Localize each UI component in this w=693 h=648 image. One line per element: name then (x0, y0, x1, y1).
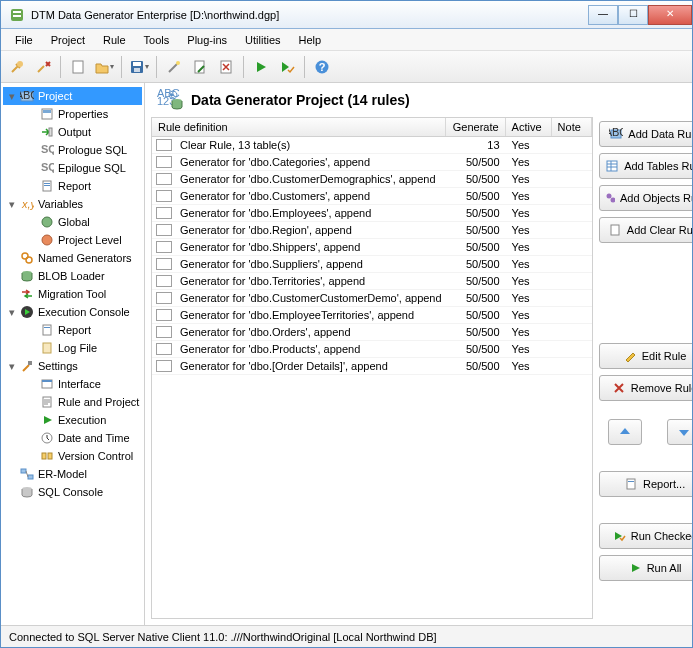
tree-version-control[interactable]: Version Control (23, 447, 142, 465)
menu-plugins[interactable]: Plug-ins (179, 32, 235, 48)
table-row[interactable]: Generator for 'dbo.Products', append50/5… (152, 341, 592, 358)
row-generate: 50/500 (446, 343, 506, 355)
tree-date-and-time[interactable]: Date and Time (23, 429, 142, 447)
tree-rule-and-project[interactable]: Rule and Project (23, 393, 142, 411)
row-definition: Generator for 'dbo.Categories', append (176, 156, 446, 168)
row-checkbox[interactable] (156, 156, 172, 168)
tree-prologue-sql[interactable]: SQLPrologue SQL (23, 141, 142, 159)
row-checkbox[interactable] (156, 309, 172, 321)
tree-named-generators[interactable]: Named Generators (3, 249, 142, 267)
menu-project[interactable]: Project (43, 32, 93, 48)
remove-rule-button[interactable]: Remove Rule (599, 375, 692, 401)
tree-variables[interactable]: ▾x,yVariables (3, 195, 142, 213)
add-clear-rule-button[interactable]: Add Clear Rule (599, 217, 692, 243)
menu-help[interactable]: Help (291, 32, 330, 48)
table-row[interactable]: Generator for 'dbo.Customers', append50/… (152, 188, 592, 205)
add-tables-rule-button[interactable]: Add Tables Rule (599, 153, 692, 179)
maximize-button[interactable]: ☐ (618, 5, 648, 25)
menu-rule[interactable]: Rule (95, 32, 134, 48)
close-button[interactable]: ✕ (648, 5, 692, 25)
row-checkbox[interactable] (156, 275, 172, 287)
migration-icon (19, 286, 35, 302)
run-checked-button[interactable]: Run Checked (599, 523, 692, 549)
edit-rule-button[interactable]: Edit Rule (599, 343, 692, 369)
save-icon[interactable]: ▾ (127, 55, 151, 79)
move-down-button[interactable] (667, 419, 692, 445)
add-data-rule-button[interactable]: ABCAdd Data Rule (599, 121, 692, 147)
row-checkbox[interactable] (156, 139, 172, 151)
table-row[interactable]: Generator for 'dbo.Employees', append50/… (152, 205, 592, 222)
row-checkbox[interactable] (156, 326, 172, 338)
row-active: Yes (506, 343, 552, 355)
help-icon[interactable]: ? (310, 55, 334, 79)
table-row[interactable]: Generator for 'dbo.Territories', append5… (152, 273, 592, 290)
table-row[interactable]: Generator for 'dbo.CustomerDemographics'… (152, 171, 592, 188)
tree-blob-loader[interactable]: BLOB Loader (3, 267, 142, 285)
row-checkbox[interactable] (156, 224, 172, 236)
tree-migration-tool[interactable]: Migration Tool (3, 285, 142, 303)
table-row[interactable]: Generator for 'dbo.EmployeeTerritories',… (152, 307, 592, 324)
row-checkbox[interactable] (156, 360, 172, 372)
row-definition: Generator for 'dbo.Shippers', append (176, 241, 446, 253)
col-header-generate[interactable]: Generate (446, 118, 506, 136)
open-icon[interactable]: ▾ (92, 55, 116, 79)
row-checkbox[interactable] (156, 258, 172, 270)
row-active: Yes (506, 309, 552, 321)
tree-global[interactable]: Global (23, 213, 142, 231)
tree-execution[interactable]: Execution (23, 411, 142, 429)
clear-icon[interactable] (214, 55, 238, 79)
report-button[interactable]: Report... (599, 471, 692, 497)
main-panel: ABC123 Data Generator Project (14 rules)… (145, 83, 692, 625)
run-icon[interactable] (249, 55, 273, 79)
tree-er-model[interactable]: ER-Model (3, 465, 142, 483)
menu-utilities[interactable]: Utilities (237, 32, 288, 48)
table-row[interactable]: Clear Rule, 13 table(s)13Yes (152, 137, 592, 154)
output-icon (39, 124, 55, 140)
tree-exec-report[interactable]: Report (23, 321, 142, 339)
run-checked-icon[interactable] (275, 55, 299, 79)
tree-project-level[interactable]: Project Level (23, 231, 142, 249)
svg-rect-48 (607, 161, 617, 171)
tree-epilogue-sql[interactable]: SQLEpilogue SQL (23, 159, 142, 177)
add-objects-rule-button[interactable]: Add Objects Rule (599, 185, 692, 211)
row-checkbox[interactable] (156, 190, 172, 202)
wizard-icon[interactable] (162, 55, 186, 79)
col-header-definition[interactable]: Rule definition (152, 118, 446, 136)
tree-sql-console[interactable]: SQL Console (3, 483, 142, 501)
tree-settings[interactable]: ▾Settings (3, 357, 142, 375)
run-all-button[interactable]: Run All (599, 555, 692, 581)
svg-rect-6 (133, 62, 141, 66)
report-icon (39, 178, 55, 194)
tree-log-file[interactable]: Log File (23, 339, 142, 357)
col-header-active[interactable]: Active (506, 118, 552, 136)
table-row[interactable]: Generator for 'dbo.[Order Details]', app… (152, 358, 592, 375)
new-icon[interactable] (66, 55, 90, 79)
row-checkbox[interactable] (156, 173, 172, 185)
move-up-button[interactable] (608, 419, 642, 445)
edit-doc-icon[interactable] (188, 55, 212, 79)
tree-interface[interactable]: Interface (23, 375, 142, 393)
minimize-button[interactable]: — (588, 5, 618, 25)
row-checkbox[interactable] (156, 241, 172, 253)
table-row[interactable]: Generator for 'dbo.Orders', append50/500… (152, 324, 592, 341)
table-row[interactable]: Generator for 'dbo.Shippers', append50/5… (152, 239, 592, 256)
row-checkbox[interactable] (156, 292, 172, 304)
menu-tools[interactable]: Tools (136, 32, 178, 48)
svg-point-49 (606, 194, 611, 199)
tree-execution-console[interactable]: ▾Execution Console (3, 303, 142, 321)
row-checkbox[interactable] (156, 343, 172, 355)
menu-file[interactable]: File (7, 32, 41, 48)
svg-point-25 (42, 235, 52, 245)
tree-project[interactable]: ▾ABCProject (3, 87, 142, 105)
tree-output[interactable]: Output (23, 123, 142, 141)
table-row[interactable]: Generator for 'dbo.Categories', append50… (152, 154, 592, 171)
disconnect-icon[interactable] (31, 55, 55, 79)
tree-properties[interactable]: Properties (23, 105, 142, 123)
row-checkbox[interactable] (156, 207, 172, 219)
table-row[interactable]: Generator for 'dbo.CustomerCustomerDemo'… (152, 290, 592, 307)
col-header-note[interactable]: Note (552, 118, 592, 136)
connect-icon[interactable] (5, 55, 29, 79)
table-row[interactable]: Generator for 'dbo.Region', append50/500… (152, 222, 592, 239)
table-row[interactable]: Generator for 'dbo.Suppliers', append50/… (152, 256, 592, 273)
tree-report[interactable]: Report (23, 177, 142, 195)
